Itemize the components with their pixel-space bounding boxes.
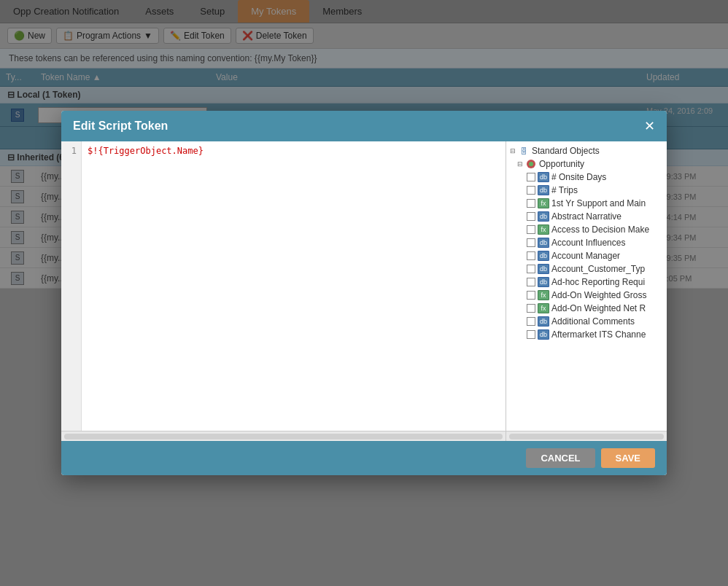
tree-label-addon-weighted-net: Add-On Weighted Net R xyxy=(551,303,646,313)
scrollbar-track xyxy=(64,434,503,440)
tree-label-addon-weighted-gross: Add-On Weighted Gross xyxy=(551,290,647,300)
checkbox-account-customer-type[interactable] xyxy=(527,265,535,273)
field-icon-acct-cust: db xyxy=(538,264,549,274)
field-icon-text: db xyxy=(538,211,549,222)
tree-label-onsite-days: # Onsite Days xyxy=(551,172,606,182)
field-icon-add-comments: db xyxy=(538,316,549,327)
modal-backdrop: Edit Script Token ✕ 1 $!{TriggerObject.N… xyxy=(0,0,728,586)
checkbox-addon-weighted-gross[interactable] xyxy=(527,291,535,300)
collapse-icon: ⊟ xyxy=(509,147,516,155)
checkbox-additional-comments[interactable] xyxy=(527,317,535,326)
line-numbers: 1 xyxy=(61,141,82,431)
tree-node-account-manager[interactable]: db Account Manager xyxy=(506,249,667,262)
object-tree-area: ⊟ 🗄 Standard Objects ⊟ Opportunity xyxy=(506,141,667,441)
field-icon-access: fx xyxy=(538,224,549,235)
tree-node-access-decision[interactable]: fx Access to Decision Make xyxy=(506,223,667,236)
tree-node-1yr-support[interactable]: fx 1st Yr Support and Main xyxy=(506,197,667,210)
modal-cancel-button[interactable]: CANCEL xyxy=(526,448,595,468)
tree-label-adhoc-reporting: Ad-hoc Reporting Requi xyxy=(551,277,645,287)
tree-label-1yr-support: 1st Yr Support and Main xyxy=(551,198,646,208)
tree-node-aftermarket-its[interactable]: db Aftermarket ITS Channe xyxy=(506,328,667,341)
tree-node-standard-objects[interactable]: ⊟ 🗄 Standard Objects xyxy=(506,144,667,157)
edit-script-token-modal: Edit Script Token ✕ 1 $!{TriggerObject.N… xyxy=(61,111,667,475)
svg-point-1 xyxy=(529,162,533,166)
tree-horizontal-scrollbar[interactable] xyxy=(506,431,667,441)
modal-body: 1 $!{TriggerObject.Name} ⊟ 🗄 Standard Ob… xyxy=(61,141,667,441)
checkbox-addon-weighted-net[interactable] xyxy=(527,304,535,313)
tree-label-access-decision: Access to Decision Make xyxy=(551,224,649,235)
modal-title: Edit Script Token xyxy=(73,120,168,133)
field-icon-acct-infl: db xyxy=(538,238,549,248)
tree-label-account-manager: Account Manager xyxy=(551,251,620,261)
field-icon: db xyxy=(538,172,549,182)
checkbox-onsite-days[interactable] xyxy=(527,173,535,181)
tree-label-standard-objects: Standard Objects xyxy=(532,146,600,156)
checkbox-adhoc-reporting[interactable] xyxy=(527,278,535,286)
tree-node-account-influences[interactable]: db Account Influences xyxy=(506,236,667,249)
field-icon-trips: db xyxy=(538,185,549,195)
tree-scrollbar-track xyxy=(509,434,664,440)
field-icon-acct-mgr: db xyxy=(538,251,549,261)
object-tree-scroll[interactable]: ⊟ 🗄 Standard Objects ⊟ Opportunity xyxy=(506,141,667,431)
code-horizontal-scrollbar[interactable] xyxy=(61,431,506,441)
field-icon-addon-net: fx xyxy=(538,303,549,313)
tree-label-aftermarket-its: Aftermarket ITS Channe xyxy=(551,329,646,340)
field-icon-formula: fx xyxy=(538,198,549,208)
code-editor[interactable]: 1 $!{TriggerObject.Name} xyxy=(61,141,506,431)
checkbox-abstract-narrative[interactable] xyxy=(527,212,535,221)
tree-label-account-customer-type: Account_Customer_Typ xyxy=(551,264,645,274)
modal-save-button[interactable]: SAVE xyxy=(601,448,655,468)
tree-node-abstract-narrative[interactable]: db Abstract Narrative xyxy=(506,210,667,223)
checkbox-aftermarket-its[interactable] xyxy=(527,330,535,339)
tree-node-onsite-days[interactable]: db # Onsite Days xyxy=(506,171,667,184)
tree-node-opportunity[interactable]: ⊟ Opportunity xyxy=(506,157,667,171)
field-icon-aftermarket: db xyxy=(538,329,549,340)
tree-node-trips[interactable]: db # Trips xyxy=(506,184,667,197)
modal-header: Edit Script Token ✕ xyxy=(61,111,667,141)
checkbox-access-decision[interactable] xyxy=(527,225,535,234)
tree-node-account-customer-type[interactable]: db Account_Customer_Typ xyxy=(506,262,667,276)
standard-objects-icon: 🗄 xyxy=(518,146,530,156)
field-icon-adhoc: db xyxy=(538,277,549,287)
tree-label-trips: # Trips xyxy=(551,185,578,195)
tree-label-account-influences: Account Influences xyxy=(551,238,625,248)
collapse-icon-opp: ⊟ xyxy=(516,160,524,168)
code-editor-area: 1 $!{TriggerObject.Name} xyxy=(61,141,506,441)
checkbox-account-manager[interactable] xyxy=(527,251,535,260)
tree-node-additional-comments[interactable]: db Additional Comments xyxy=(506,315,667,328)
field-icon-addon-gross: fx xyxy=(538,290,549,300)
modal-close-button[interactable]: ✕ xyxy=(644,120,655,133)
opportunity-icon xyxy=(525,159,537,169)
modal-footer: CANCEL SAVE xyxy=(61,441,667,475)
checkbox-trips[interactable] xyxy=(527,186,535,195)
tree-node-adhoc-reporting[interactable]: db Ad-hoc Reporting Requi xyxy=(506,276,667,289)
tree-node-addon-weighted-gross[interactable]: fx Add-On Weighted Gross xyxy=(506,289,667,302)
code-content[interactable]: $!{TriggerObject.Name} xyxy=(82,141,506,431)
checkbox-account-influences[interactable] xyxy=(527,238,535,247)
checkbox-1yr-support[interactable] xyxy=(527,199,535,208)
tree-node-addon-weighted-net[interactable]: fx Add-On Weighted Net R xyxy=(506,302,667,315)
tree-label-abstract-narrative: Abstract Narrative xyxy=(551,211,621,222)
tree-label-opportunity: Opportunity xyxy=(539,159,584,169)
tree-label-additional-comments: Additional Comments xyxy=(551,316,635,327)
